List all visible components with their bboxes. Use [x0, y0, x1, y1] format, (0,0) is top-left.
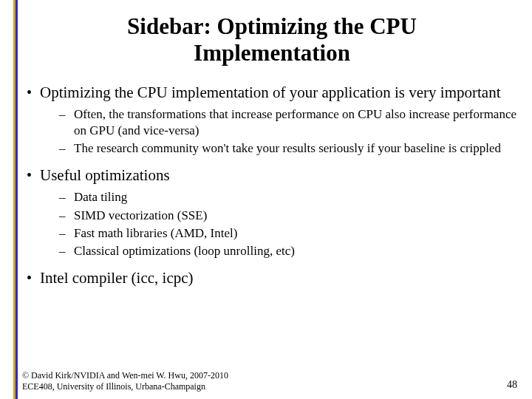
bullet-text: Useful optimizations [40, 166, 170, 184]
sub-bullet-text: Fast math libraries (AMD, Intel) [74, 226, 237, 240]
sub-bullet-item: Classical optimizations (loop unrolling,… [58, 243, 525, 259]
sub-bullet-item: The research community won't take your r… [58, 140, 525, 156]
slide-footer: © David Kirk/NVIDIA and Wen-mei W. Hwu, … [22, 370, 517, 392]
bullet-text: Intel compiler (icc, icpc) [40, 269, 194, 287]
sub-bullet-text: The research community won't take your r… [74, 141, 501, 155]
slide-content: Sidebar: Optimizing the CPU Implementati… [19, 0, 525, 399]
accent-stripe-blue [16, 0, 18, 399]
sub-bullet-list: Often, the transformations that increase… [40, 106, 525, 156]
bullet-item: Optimizing the CPU implementation of you… [24, 83, 525, 156]
title-line-2: Implementation [194, 40, 350, 66]
sub-bullet-text: SIMD vectorization (SSE) [74, 208, 207, 222]
sub-bullet-item: Often, the transformations that increase… [58, 106, 525, 138]
sub-bullet-text: Often, the transformations that increase… [74, 107, 516, 137]
sub-bullet-item: Fast math libraries (AMD, Intel) [58, 225, 525, 241]
sub-bullet-text: Classical optimizations (loop unrolling,… [74, 244, 295, 258]
copyright-line-1: © David Kirk/NVIDIA and Wen-mei W. Hwu, … [22, 370, 228, 381]
bullet-list: Optimizing the CPU implementation of you… [19, 83, 525, 287]
page-number: 48 [507, 379, 517, 392]
slide-title: Sidebar: Optimizing the CPU Implementati… [49, 13, 495, 66]
bullet-text: Optimizing the CPU implementation of you… [40, 83, 500, 101]
sub-bullet-text: Data tiling [74, 190, 127, 204]
sub-bullet-item: Data tiling [58, 189, 525, 205]
copyright-line-2: ECE408, University of Illinois, Urbana-C… [22, 381, 205, 392]
title-line-1: Sidebar: Optimizing the CPU [127, 13, 417, 39]
bullet-item: Useful optimizations Data tiling SIMD ve… [24, 166, 525, 259]
sub-bullet-list: Data tiling SIMD vectorization (SSE) Fas… [40, 189, 525, 259]
sub-bullet-item: SIMD vectorization (SSE) [58, 208, 525, 223]
bullet-item: Intel compiler (icc, icpc) [24, 269, 525, 287]
copyright: © David Kirk/NVIDIA and Wen-mei W. Hwu, … [22, 370, 228, 392]
accent-bar [13, 0, 18, 399]
